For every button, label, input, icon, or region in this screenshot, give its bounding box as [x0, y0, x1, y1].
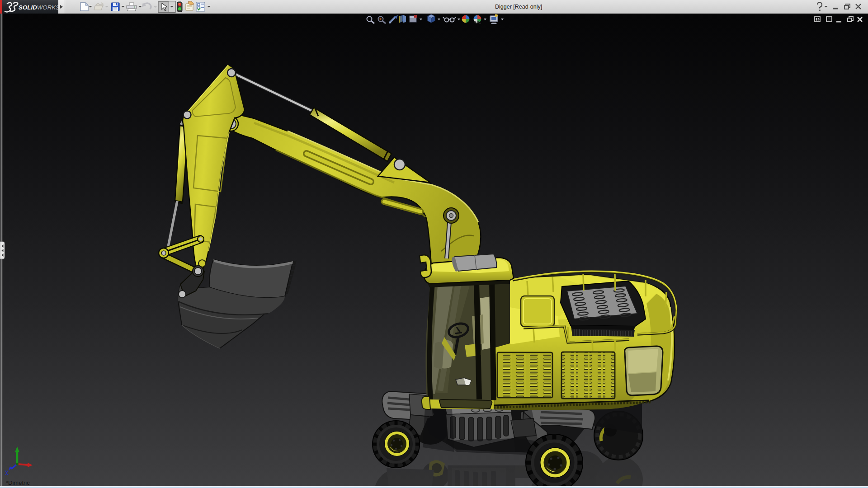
svg-text:*Dimetric: *Dimetric: [6, 479, 30, 486]
